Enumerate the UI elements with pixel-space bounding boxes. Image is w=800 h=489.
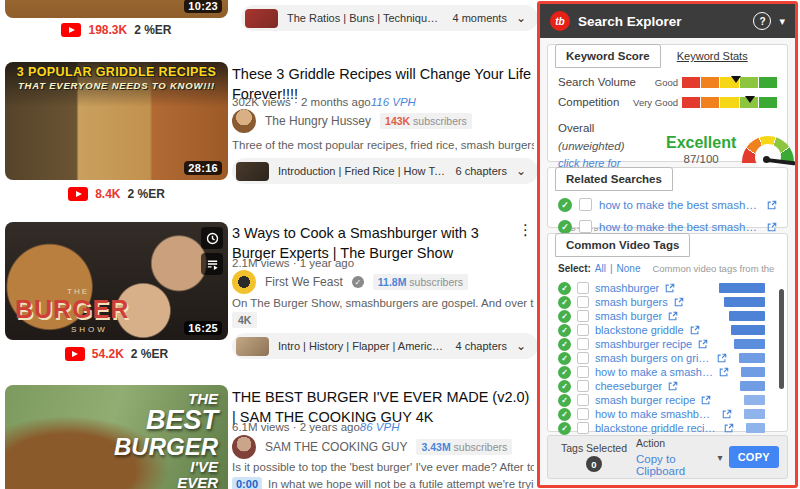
tag-checkbox[interactable] [577, 394, 589, 406]
tag-checkbox[interactable] [577, 352, 589, 364]
video4-thumbnail[interactable]: THE BEST BURGER I'VE EVER MADE [5, 385, 228, 489]
tag-link[interactable]: smash burgers [595, 296, 668, 308]
panel-title: Search Explorer [578, 14, 745, 29]
video4-channel-row[interactable]: SAM THE COOKING GUY 3.43M subscribers [232, 435, 512, 459]
help-icon[interactable]: ? [753, 12, 771, 30]
video4-thumb-line: BEST [146, 407, 218, 434]
tag-link[interactable]: smash burger recipe [595, 394, 695, 406]
related-search-link[interactable]: how to make the best smash burger patty [599, 199, 760, 211]
tag-list-scrollbar[interactable] [779, 289, 784, 389]
related-search-link[interactable]: how to make the best smash burgers on a … [599, 221, 760, 233]
external-link-icon[interactable] [668, 381, 678, 391]
channel-avatar[interactable] [232, 109, 256, 133]
select-all-link[interactable]: All [595, 263, 606, 274]
external-link-icon[interactable] [724, 423, 734, 433]
external-link-icon[interactable] [719, 367, 729, 377]
video1-thumbnail[interactable]: 10:23 [5, 0, 228, 18]
related-checkbox[interactable] [579, 198, 592, 211]
tag-link[interactable]: how to make a smashburger [595, 366, 713, 378]
tag-link[interactable]: blackstone griddle recipes [595, 422, 718, 434]
external-link-icon[interactable] [701, 395, 711, 405]
video2-channel-row[interactable]: The Hungry Hussey 143K subscribers [232, 109, 472, 133]
tag-link[interactable]: smash burgers on griddle [595, 352, 711, 364]
video4-description: Is it possible to top the 'best burger' … [232, 461, 534, 473]
tag-link[interactable]: blackstone griddle [595, 324, 684, 336]
video4-vph-stat: 86 VPH [360, 421, 400, 433]
tag-frequency-bar [741, 367, 765, 377]
video4-thumb-line: BURGER [114, 435, 218, 459]
channel-avatar[interactable] [232, 435, 256, 459]
external-link-icon[interactable] [767, 222, 777, 232]
external-link-icon[interactable] [674, 297, 684, 307]
tag-checkbox[interactable] [577, 296, 589, 308]
external-link-icon[interactable] [690, 325, 700, 335]
select-none-link[interactable]: None [617, 263, 641, 274]
check-circle-icon [558, 324, 571, 337]
tag-row: how to make a smashburger [558, 365, 777, 379]
video3-thumbnail[interactable]: THE BURGER SHOW 16:25 [5, 222, 228, 340]
tag-row: smash burgers on griddle [558, 351, 777, 365]
watch-later-icon[interactable] [201, 227, 223, 249]
video1-tubebuddy-stats[interactable]: 198.3K 2 %ER [5, 22, 228, 38]
video3-channel-row[interactable]: First We Feast ✓ 11.8M subscribers [232, 270, 468, 294]
related-searches-card: Related Searches how to make the best sm… [547, 167, 788, 228]
channel-avatar[interactable] [232, 270, 256, 294]
tag-link[interactable]: how to make smashburgers [595, 408, 716, 420]
video2-chapters-pill[interactable]: Introduction | Fried Rice | How To Prepa… [232, 158, 538, 184]
video4-channel-name[interactable]: SAM THE COOKING GUY [265, 440, 407, 454]
tab-keyword-stats[interactable]: Keyword Stats [677, 50, 748, 68]
action-select[interactable]: Copy to Clipboard [636, 453, 718, 477]
tag-checkbox[interactable] [577, 324, 589, 336]
collapse-caret-icon[interactable]: ▾ [779, 15, 785, 28]
tag-checkbox[interactable] [577, 310, 589, 322]
tag-checkbox[interactable] [577, 282, 589, 294]
external-link-icon[interactable] [717, 353, 727, 363]
external-link-icon[interactable] [665, 283, 675, 293]
tab-keyword-score[interactable]: Keyword Score [555, 44, 661, 68]
video3-channel-name[interactable]: First We Feast [265, 275, 343, 289]
video3-thumb-word-show: SHOW [71, 325, 108, 334]
external-link-icon[interactable] [668, 311, 678, 321]
tag-link[interactable]: smash burger [595, 310, 662, 322]
video2-views-stat: 8.4K [95, 187, 120, 201]
tag-link[interactable]: smashburger recipe [595, 338, 692, 350]
video2-tubebuddy-stats[interactable]: 8.4K 2 %ER [5, 186, 228, 202]
chevron-down-icon[interactable]: ⌄ [516, 340, 526, 352]
tag-checkbox[interactable] [577, 380, 589, 392]
tag-row: smash burger [558, 309, 777, 323]
check-circle-icon [558, 338, 571, 351]
check-circle-icon [558, 352, 571, 365]
copy-button[interactable]: COPY [729, 446, 779, 468]
video2-channel-name[interactable]: The Hungry Hussey [265, 114, 371, 128]
chevron-down-icon[interactable]: ⌄ [516, 12, 526, 24]
video3-tubebuddy-stats[interactable]: 54.2K 2 %ER [5, 346, 228, 362]
tag-checkbox[interactable] [577, 422, 589, 434]
tag-checkbox[interactable] [577, 338, 589, 350]
video3-description: On The Burger Show, smashburgers are gos… [232, 297, 534, 309]
external-link-icon[interactable] [767, 200, 777, 210]
search-volume-marker [731, 76, 741, 83]
tag-checkbox[interactable] [577, 408, 589, 420]
timestamp-link[interactable]: 0:00 [232, 477, 262, 489]
tag-row: how to make smashburgers [558, 407, 777, 421]
external-link-icon[interactable] [722, 409, 732, 419]
add-to-queue-icon[interactable] [201, 253, 223, 275]
tags-selected-count: 0 [586, 456, 602, 472]
search-volume-bar [682, 77, 777, 88]
related-checkbox[interactable] [579, 220, 592, 233]
video4-timestamp-row[interactable]: 0:00 In what we hope will not be a futil… [232, 477, 534, 489]
video1-engagement-stat: 2 %ER [134, 23, 171, 37]
check-circle-icon [558, 310, 571, 323]
video2-thumbnail[interactable]: 3 POPULAR GRIDDLE RECIPES THAT EVERYONE … [5, 62, 228, 180]
tag-checkbox[interactable] [577, 366, 589, 378]
external-link-icon[interactable] [698, 339, 708, 349]
tag-link[interactable]: cheeseburger [595, 380, 662, 392]
kebab-menu-icon[interactable]: ⋮ [518, 227, 524, 234]
video1-chapters-pill[interactable]: The Ratios | Buns | Technique | Tools 4 … [241, 5, 538, 31]
video2-description: Three of the most popular recipes, fried… [232, 139, 534, 151]
action-caret-icon[interactable]: ▾ [718, 452, 723, 463]
tag-link[interactable]: smashburger [595, 282, 659, 294]
chevron-down-icon[interactable]: ⌄ [516, 165, 526, 177]
video3-chapters-pill[interactable]: Intro | History | Flapper | American Che… [232, 333, 538, 359]
competition-label: Competition [558, 96, 633, 108]
